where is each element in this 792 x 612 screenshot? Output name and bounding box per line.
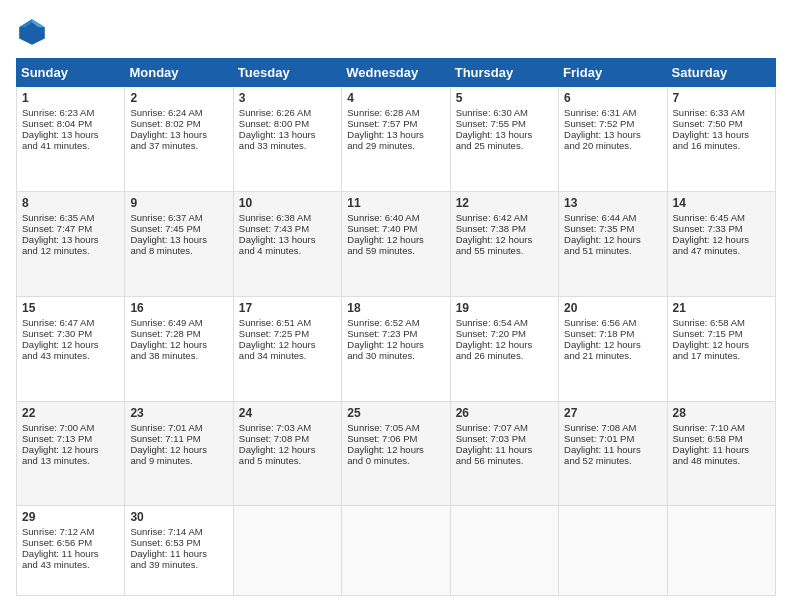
day-info: Sunrise: 6:33 AMSunset: 7:50 PMDaylight:… [673,107,750,151]
calendar-cell: 23Sunrise: 7:01 AMSunset: 7:11 PMDayligh… [125,401,233,506]
day-number: 11 [347,196,444,210]
calendar-cell: 26Sunrise: 7:07 AMSunset: 7:03 PMDayligh… [450,401,558,506]
calendar-cell: 17Sunrise: 6:51 AMSunset: 7:25 PMDayligh… [233,296,341,401]
day-number: 25 [347,406,444,420]
header [16,16,776,48]
day-info: Sunrise: 6:30 AMSunset: 7:55 PMDaylight:… [456,107,533,151]
calendar-cell: 21Sunrise: 6:58 AMSunset: 7:15 PMDayligh… [667,296,775,401]
day-number: 17 [239,301,336,315]
calendar-cell [450,506,558,596]
day-info: Sunrise: 6:49 AMSunset: 7:28 PMDaylight:… [130,317,207,361]
col-header-monday: Monday [125,59,233,87]
calendar-cell: 3Sunrise: 6:26 AMSunset: 8:00 PMDaylight… [233,87,341,192]
day-number: 14 [673,196,770,210]
day-info: Sunrise: 6:38 AMSunset: 7:43 PMDaylight:… [239,212,316,256]
day-number: 19 [456,301,553,315]
calendar-cell [559,506,667,596]
svg-marker-0 [19,19,45,45]
calendar-cell [233,506,341,596]
calendar-cell: 2Sunrise: 6:24 AMSunset: 8:02 PMDaylight… [125,87,233,192]
day-number: 28 [673,406,770,420]
calendar-cell: 22Sunrise: 7:00 AMSunset: 7:13 PMDayligh… [17,401,125,506]
day-info: Sunrise: 6:47 AMSunset: 7:30 PMDaylight:… [22,317,99,361]
col-header-tuesday: Tuesday [233,59,341,87]
day-info: Sunrise: 7:05 AMSunset: 7:06 PMDaylight:… [347,422,424,466]
col-header-friday: Friday [559,59,667,87]
calendar-cell: 12Sunrise: 6:42 AMSunset: 7:38 PMDayligh… [450,191,558,296]
calendar-cell: 14Sunrise: 6:45 AMSunset: 7:33 PMDayligh… [667,191,775,296]
calendar-cell: 6Sunrise: 6:31 AMSunset: 7:52 PMDaylight… [559,87,667,192]
day-number: 10 [239,196,336,210]
day-number: 23 [130,406,227,420]
day-info: Sunrise: 7:07 AMSunset: 7:03 PMDaylight:… [456,422,533,466]
day-info: Sunrise: 6:37 AMSunset: 7:45 PMDaylight:… [130,212,207,256]
logo [16,16,52,48]
day-info: Sunrise: 6:28 AMSunset: 7:57 PMDaylight:… [347,107,424,151]
day-number: 1 [22,91,119,105]
day-number: 12 [456,196,553,210]
day-number: 26 [456,406,553,420]
calendar-cell: 18Sunrise: 6:52 AMSunset: 7:23 PMDayligh… [342,296,450,401]
day-number: 5 [456,91,553,105]
day-number: 6 [564,91,661,105]
day-info: Sunrise: 6:35 AMSunset: 7:47 PMDaylight:… [22,212,99,256]
day-info: Sunrise: 6:40 AMSunset: 7:40 PMDaylight:… [347,212,424,256]
calendar-cell: 7Sunrise: 6:33 AMSunset: 7:50 PMDaylight… [667,87,775,192]
calendar-cell: 29Sunrise: 7:12 AMSunset: 6:56 PMDayligh… [17,506,125,596]
calendar-cell: 15Sunrise: 6:47 AMSunset: 7:30 PMDayligh… [17,296,125,401]
day-number: 15 [22,301,119,315]
calendar-cell: 20Sunrise: 6:56 AMSunset: 7:18 PMDayligh… [559,296,667,401]
col-header-saturday: Saturday [667,59,775,87]
day-info: Sunrise: 6:24 AMSunset: 8:02 PMDaylight:… [130,107,207,151]
calendar-cell: 9Sunrise: 6:37 AMSunset: 7:45 PMDaylight… [125,191,233,296]
day-number: 8 [22,196,119,210]
day-number: 7 [673,91,770,105]
calendar-table: SundayMondayTuesdayWednesdayThursdayFrid… [16,58,776,596]
day-number: 24 [239,406,336,420]
day-info: Sunrise: 6:58 AMSunset: 7:15 PMDaylight:… [673,317,750,361]
calendar-cell: 25Sunrise: 7:05 AMSunset: 7:06 PMDayligh… [342,401,450,506]
col-header-thursday: Thursday [450,59,558,87]
calendar-cell: 11Sunrise: 6:40 AMSunset: 7:40 PMDayligh… [342,191,450,296]
day-info: Sunrise: 7:10 AMSunset: 6:58 PMDaylight:… [673,422,750,466]
day-info: Sunrise: 6:45 AMSunset: 7:33 PMDaylight:… [673,212,750,256]
day-info: Sunrise: 7:00 AMSunset: 7:13 PMDaylight:… [22,422,99,466]
day-info: Sunrise: 6:52 AMSunset: 7:23 PMDaylight:… [347,317,424,361]
calendar-cell: 10Sunrise: 6:38 AMSunset: 7:43 PMDayligh… [233,191,341,296]
calendar-cell: 19Sunrise: 6:54 AMSunset: 7:20 PMDayligh… [450,296,558,401]
calendar-cell: 30Sunrise: 7:14 AMSunset: 6:53 PMDayligh… [125,506,233,596]
calendar-cell [342,506,450,596]
day-info: Sunrise: 6:31 AMSunset: 7:52 PMDaylight:… [564,107,641,151]
day-info: Sunrise: 7:14 AMSunset: 6:53 PMDaylight:… [130,526,207,570]
day-info: Sunrise: 6:54 AMSunset: 7:20 PMDaylight:… [456,317,533,361]
day-number: 4 [347,91,444,105]
calendar-cell: 1Sunrise: 6:23 AMSunset: 8:04 PMDaylight… [17,87,125,192]
day-info: Sunrise: 6:44 AMSunset: 7:35 PMDaylight:… [564,212,641,256]
day-number: 27 [564,406,661,420]
day-info: Sunrise: 7:03 AMSunset: 7:08 PMDaylight:… [239,422,316,466]
calendar-cell: 8Sunrise: 6:35 AMSunset: 7:47 PMDaylight… [17,191,125,296]
calendar-cell: 16Sunrise: 6:49 AMSunset: 7:28 PMDayligh… [125,296,233,401]
calendar-cell: 4Sunrise: 6:28 AMSunset: 7:57 PMDaylight… [342,87,450,192]
calendar-cell: 5Sunrise: 6:30 AMSunset: 7:55 PMDaylight… [450,87,558,192]
day-info: Sunrise: 6:23 AMSunset: 8:04 PMDaylight:… [22,107,99,151]
day-number: 21 [673,301,770,315]
page: SundayMondayTuesdayWednesdayThursdayFrid… [0,0,792,612]
day-number: 18 [347,301,444,315]
day-info: Sunrise: 7:08 AMSunset: 7:01 PMDaylight:… [564,422,641,466]
day-info: Sunrise: 6:56 AMSunset: 7:18 PMDaylight:… [564,317,641,361]
day-info: Sunrise: 7:01 AMSunset: 7:11 PMDaylight:… [130,422,207,466]
day-number: 20 [564,301,661,315]
day-number: 13 [564,196,661,210]
day-number: 22 [22,406,119,420]
day-number: 30 [130,510,227,524]
calendar-cell: 27Sunrise: 7:08 AMSunset: 7:01 PMDayligh… [559,401,667,506]
col-header-sunday: Sunday [17,59,125,87]
calendar-cell: 28Sunrise: 7:10 AMSunset: 6:58 PMDayligh… [667,401,775,506]
day-number: 16 [130,301,227,315]
day-number: 2 [130,91,227,105]
day-info: Sunrise: 6:26 AMSunset: 8:00 PMDaylight:… [239,107,316,151]
logo-icon [16,16,48,48]
day-number: 29 [22,510,119,524]
day-info: Sunrise: 6:42 AMSunset: 7:38 PMDaylight:… [456,212,533,256]
